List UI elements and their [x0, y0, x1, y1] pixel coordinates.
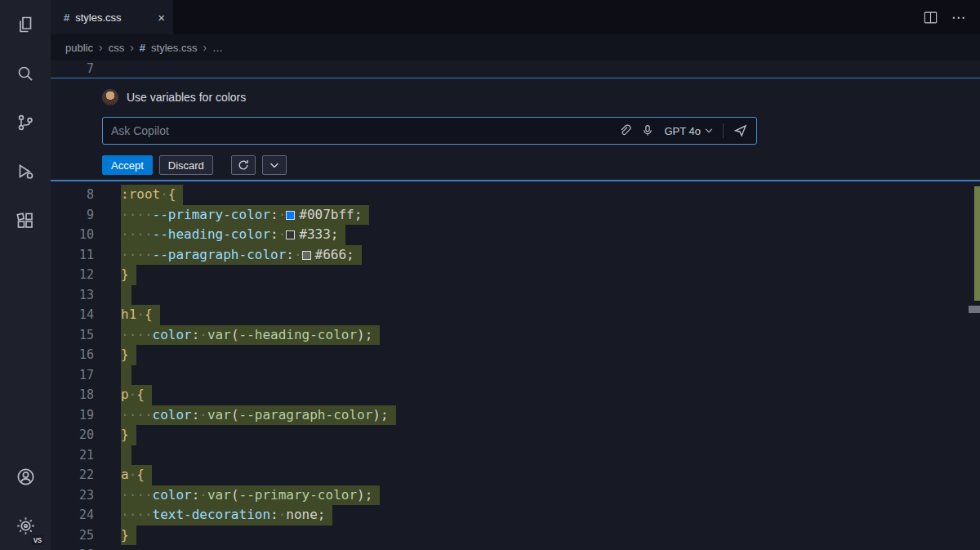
code-token: --primary-color	[239, 487, 358, 503]
line-number[interactable]: 21	[51, 445, 121, 466]
line-number[interactable]: 7	[51, 60, 121, 78]
breadcrumb-item-public[interactable]: public	[65, 42, 93, 54]
line-content[interactable]	[121, 365, 980, 386]
line-content[interactable]: ····--paragraph-color:·#666;	[121, 245, 980, 266]
vscode-window: vs # styles.css × ⋯ public › css › # sty…	[0, 0, 980, 550]
line-number[interactable]: 22	[51, 465, 121, 485]
activity-item-run-debug[interactable]	[0, 147, 51, 196]
attach-icon[interactable]	[618, 124, 631, 137]
code-token: var	[207, 407, 231, 423]
code-line[interactable]: 26	[51, 545, 980, 550]
line-number[interactable]: 16	[51, 345, 121, 365]
code-line[interactable]: 24····text-decoration:·none;	[51, 505, 980, 525]
scrollbar-thumb[interactable]	[969, 306, 980, 313]
activity-item-explorer[interactable]	[0, 0, 51, 49]
toggle-dropdown-button[interactable]	[262, 155, 287, 175]
line-number[interactable]: 19	[51, 405, 121, 426]
code-line[interactable]: 13	[51, 285, 980, 306]
line-content[interactable]	[121, 285, 980, 306]
copilot-input-box: GPT 4o	[102, 117, 757, 145]
code-line[interactable]: 21	[51, 445, 980, 466]
ask-copilot-input[interactable]	[111, 124, 618, 137]
code-line[interactable]: 12}	[51, 265, 980, 285]
more-actions-icon[interactable]: ⋯	[951, 9, 965, 26]
activity-item-source-control[interactable]	[0, 98, 51, 147]
code-line[interactable]: 16}	[51, 345, 980, 365]
code-line[interactable]: 18p·{	[51, 385, 980, 405]
rerun-button[interactable]	[231, 155, 256, 175]
line-number[interactable]: 25	[51, 525, 121, 546]
code-lines: 8:root·{9····--primary-color:·#007bff;10…	[51, 181, 980, 550]
line-content[interactable]: }	[121, 525, 980, 546]
code-line[interactable]: 7	[51, 60, 980, 78]
line-content[interactable]: ····--primary-color:·#007bff;	[121, 205, 980, 226]
line-content[interactable]: }	[121, 265, 980, 285]
line-number[interactable]: 9	[51, 205, 121, 226]
code-line[interactable]: 14h1·{	[51, 305, 980, 325]
line-content[interactable]: ····text-decoration:·none;	[121, 505, 980, 525]
line-number[interactable]: 17	[51, 365, 121, 386]
code-line[interactable]: 25}	[51, 525, 980, 546]
chevron-right-icon: ›	[203, 41, 207, 54]
line-number[interactable]: 20	[51, 425, 121, 445]
model-label: GPT 4o	[664, 125, 701, 137]
line-content[interactable]	[121, 445, 980, 466]
line-number[interactable]: 18	[51, 385, 121, 405]
code-line[interactable]: 10····--heading-color:·#333;	[51, 225, 980, 245]
line-number[interactable]: 11	[51, 245, 121, 266]
discard-button[interactable]: Discard	[159, 155, 213, 175]
tab-close-icon[interactable]: ×	[158, 11, 165, 24]
send-icon[interactable]	[733, 123, 748, 138]
line-content[interactable]: ····color:·var(--primary-color);	[121, 485, 980, 506]
activity-item-search[interactable]	[0, 49, 51, 98]
line-content[interactable]: ····--heading-color:·#333;	[121, 225, 980, 245]
line-number[interactable]: 15	[51, 325, 121, 346]
activity-item-settings[interactable]: vs	[0, 501, 51, 550]
line-number[interactable]: 23	[51, 485, 121, 506]
breadcrumb-item-styles-css[interactable]: styles.css	[151, 42, 197, 54]
breadcrumb-item-more[interactable]: …	[212, 42, 223, 54]
line-number[interactable]: 14	[51, 305, 121, 325]
code-line[interactable]: 22a·{	[51, 465, 980, 485]
line-number[interactable]: 24	[51, 505, 121, 525]
model-selector[interactable]: GPT 4o	[664, 125, 713, 137]
line-content[interactable]: ····color:·var(--paragraph-color);	[121, 405, 980, 426]
line-content[interactable]: }	[121, 425, 980, 445]
code-line[interactable]: 20}	[51, 425, 980, 445]
color-swatch[interactable]	[286, 230, 295, 239]
line-number[interactable]: 8	[51, 185, 121, 205]
activity-item-account[interactable]	[0, 452, 51, 501]
code-token: ;	[365, 487, 373, 503]
activity-item-extensions[interactable]	[0, 196, 51, 245]
code-line[interactable]: 19····color:·var(--paragraph-color);	[51, 405, 980, 426]
line-number[interactable]: 12	[51, 265, 121, 285]
code-line[interactable]: 15····color:·var(--heading-color);	[51, 325, 980, 346]
line-content[interactable]	[121, 60, 980, 78]
color-swatch[interactable]	[286, 211, 295, 220]
split-editor-icon[interactable]	[923, 10, 938, 25]
line-content[interactable]: h1·{	[121, 305, 980, 325]
code-token: color	[153, 327, 192, 342]
line-number[interactable]: 26	[51, 545, 121, 550]
mic-icon[interactable]	[641, 124, 654, 137]
line-content[interactable]: }	[121, 345, 980, 365]
line-content[interactable]: ····color:·var(--heading-color);	[121, 325, 980, 346]
code-token: ;	[346, 247, 354, 262]
accept-button[interactable]: Accept	[102, 155, 153, 175]
code-token: :	[286, 247, 294, 262]
code-line[interactable]: 23····color:·var(--primary-color);	[51, 485, 980, 506]
line-content[interactable]: p·{	[121, 385, 980, 405]
code-line[interactable]: 11····--paragraph-color:·#666;	[51, 245, 980, 266]
line-number[interactable]: 10	[51, 225, 121, 245]
tab-styles-css[interactable]: # styles.css ×	[51, 0, 173, 34]
code-line[interactable]: 17	[51, 365, 980, 386]
code-line[interactable]: 8:root·{	[51, 185, 980, 205]
color-swatch[interactable]	[302, 251, 311, 260]
breadcrumb-item-css[interactable]: css	[109, 42, 125, 54]
line-content[interactable]	[121, 545, 980, 550]
code-line[interactable]: 9····--primary-color:·#007bff;	[51, 205, 980, 226]
code-token: h1	[121, 306, 136, 322]
line-content[interactable]: a·{	[121, 465, 980, 485]
line-content[interactable]: :root·{	[121, 185, 980, 205]
line-number[interactable]: 13	[51, 285, 121, 306]
